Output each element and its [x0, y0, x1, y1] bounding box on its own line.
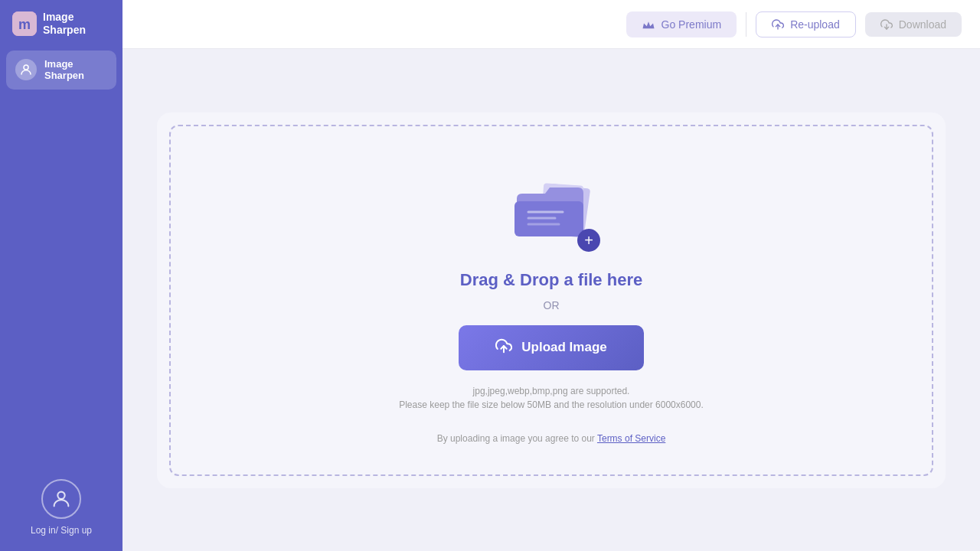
drop-zone-outer: + Drag & Drop a file here OR Upload Imag…	[157, 112, 946, 488]
login-text: Log in/ Sign up	[31, 525, 92, 536]
user-avatar-icon	[41, 479, 81, 519]
svg-text:m: m	[18, 17, 31, 32]
or-text: OR	[544, 299, 560, 311]
svg-point-3	[57, 492, 64, 499]
content-area: + Drag & Drop a file here OR Upload Imag…	[122, 49, 980, 551]
download-button[interactable]: Download	[865, 12, 962, 37]
login-area[interactable]: Log in/ Sign up	[31, 479, 92, 536]
drag-drop-text: Drag & Drop a file here	[460, 270, 642, 290]
user-icon	[15, 59, 37, 80]
header: Go Premium Re-upload Download	[122, 0, 980, 49]
plus-icon: +	[577, 229, 600, 252]
header-divider	[746, 12, 746, 37]
go-premium-button[interactable]: Go Premium	[626, 11, 737, 37]
formats-text: jpg,jpeg,webp,bmp,png are supported.	[473, 386, 630, 396]
drop-zone[interactable]: + Drag & Drop a file here OR Upload Imag…	[169, 125, 933, 476]
size-limit-text: Please keep the file size below 50MB and…	[399, 399, 704, 410]
upload-icon	[772, 18, 784, 31]
upload-cloud-icon	[495, 337, 512, 358]
main-content: Go Premium Re-upload Download	[122, 0, 980, 551]
sidebar: m Image Sharpen Image Sharpen Log in/ Si…	[0, 0, 122, 551]
logo-icon: m	[12, 11, 37, 36]
reupload-button[interactable]: Re-upload	[756, 11, 856, 37]
nav-item-label: Image Sharpen	[44, 58, 84, 82]
logo-area: m Image Sharpen	[0, 0, 122, 47]
tos-text: By uploading a image you agree to our Te…	[437, 433, 666, 444]
svg-point-2	[24, 65, 28, 70]
upload-image-button[interactable]: Upload Image	[459, 325, 643, 370]
download-icon	[880, 18, 893, 31]
sidebar-item-image-sharpen[interactable]: Image Sharpen	[6, 51, 116, 90]
folder-icon-wrap: +	[505, 172, 597, 249]
crown-icon	[642, 18, 655, 31]
logo-text: Image Sharpen	[43, 11, 86, 37]
terms-of-service-link[interactable]: Terms of Service	[597, 433, 665, 444]
